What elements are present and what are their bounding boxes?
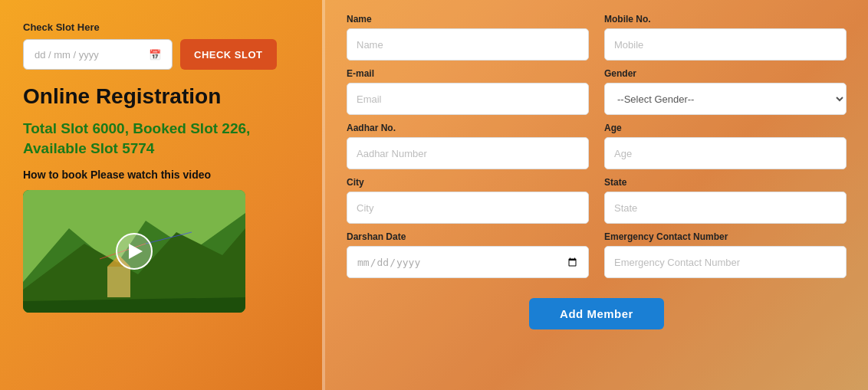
city-input[interactable] <box>347 192 589 224</box>
date-placeholder-text: dd / mm / yyyy <box>35 49 99 61</box>
play-icon <box>129 244 143 259</box>
video-prompt: How to book Please watch this video <box>23 169 211 181</box>
name-label: Name <box>347 14 589 25</box>
left-panel: Check Slot Here dd / mm / yyyy 📅 CHECK S… <box>0 0 322 390</box>
form-group-name: Name <box>347 14 589 61</box>
calendar-icon: 📅 <box>149 49 161 61</box>
form-group-mobile: Mobile No. <box>604 14 847 61</box>
svg-rect-3 <box>107 267 130 297</box>
mobile-label: Mobile No. <box>604 14 847 25</box>
aadhar-label: Aadhar No. <box>347 123 589 133</box>
city-label: City <box>347 177 589 188</box>
add-member-row: Add Member <box>347 298 847 329</box>
email-input[interactable] <box>347 83 589 115</box>
registration-form: Name Mobile No. E-mail Gender --Select G… <box>325 0 868 390</box>
age-input[interactable] <box>604 137 847 169</box>
page-title: Online Registration <box>23 84 221 110</box>
emergency-input[interactable] <box>604 246 847 278</box>
form-grid: Name Mobile No. E-mail Gender --Select G… <box>347 14 847 329</box>
darshan-date-input[interactable] <box>347 246 589 278</box>
email-label: E-mail <box>347 68 589 79</box>
check-slot-row: dd / mm / yyyy 📅 CHECK SLOT <box>23 39 277 70</box>
video-play-button[interactable] <box>116 233 153 270</box>
form-group-emergency: Emergency Contact Number <box>604 231 847 278</box>
form-group-email: E-mail <box>347 68 589 115</box>
check-slot-label: Check Slot Here <box>23 21 100 33</box>
darshan-date-label: Darshan Date <box>347 231 589 242</box>
aadhar-input[interactable] <box>347 137 589 169</box>
name-input[interactable] <box>347 28 589 61</box>
check-slot-button[interactable]: CHECK SLOT <box>180 39 277 70</box>
video-thumbnail[interactable] <box>23 190 245 313</box>
date-input-check-slot[interactable]: dd / mm / yyyy 📅 <box>23 39 173 70</box>
form-group-aadhar: Aadhar No. <box>347 123 589 169</box>
form-group-age: Age <box>604 123 847 169</box>
age-label: Age <box>604 123 847 133</box>
form-group-gender: Gender --Select Gender-- Male Female Oth… <box>604 68 847 115</box>
form-group-city: City <box>347 177 589 224</box>
gender-label: Gender <box>604 68 847 79</box>
add-member-button[interactable]: Add Member <box>529 298 664 329</box>
slot-info: Total Slot 6000, Booked Slot 226, Availa… <box>23 119 299 159</box>
gender-select[interactable]: --Select Gender-- Male Female Other <box>604 83 847 115</box>
emergency-label: Emergency Contact Number <box>604 231 847 242</box>
state-input[interactable] <box>604 192 847 224</box>
form-group-darshan-date: Darshan Date <box>347 231 589 278</box>
mobile-input[interactable] <box>604 28 847 61</box>
form-group-state: State <box>604 177 847 224</box>
state-label: State <box>604 177 847 188</box>
